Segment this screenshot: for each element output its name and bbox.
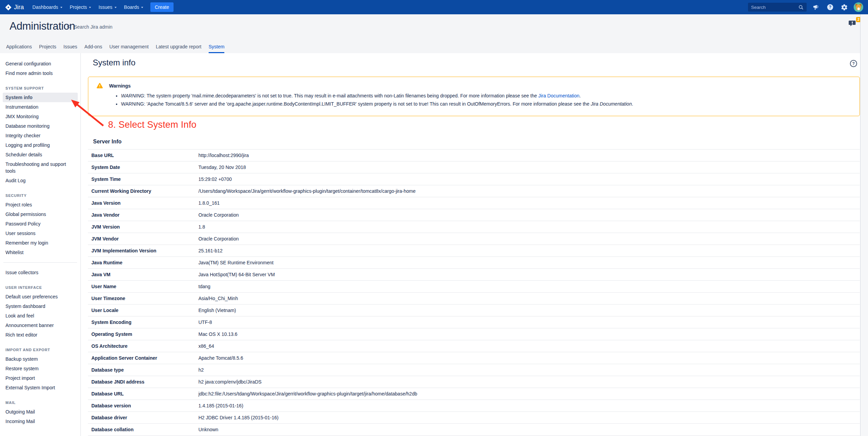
row-label: Database type — [88, 364, 195, 376]
tab-latest-upgrade-report[interactable]: Latest upgrade report — [156, 44, 201, 53]
table-row: User Locale English (Vietnam) — [88, 305, 860, 316]
scrollbar[interactable] — [860, 14, 868, 436]
tab-projects[interactable]: Projects — [39, 44, 57, 53]
tab-system[interactable]: System — [209, 44, 225, 53]
row-label: Current Working Directory — [88, 185, 195, 197]
sidebar-item-user-sessions[interactable]: User sessions — [0, 229, 80, 238]
row-value: http://localhost:2990/jira — [195, 150, 860, 161]
table-row: Java Runtime Java(TM) SE Runtime Environ… — [88, 257, 860, 269]
sidebar-item-troubleshooting-and-support-tools[interactable]: Troubleshooting and support tools — [0, 159, 80, 176]
warning-item-1: WARNING: The system property 'mail.mime.… — [121, 92, 851, 100]
table-row: Database type h2 — [88, 364, 860, 376]
help-icon[interactable]: ? — [826, 3, 835, 12]
help-icon[interactable]: ? — [850, 60, 857, 67]
sidebar-item-remember-my-login[interactable]: Remember my login — [0, 238, 80, 248]
tab-applications[interactable]: Applications — [6, 44, 32, 53]
sidebar-item-project-import[interactable]: Project import — [0, 373, 80, 383]
row-label: User Timezone — [88, 293, 195, 305]
chevron-down-icon — [60, 7, 62, 8]
sidebar-section-security: SECURITY — [0, 193, 80, 198]
tab-add-ons[interactable]: Add-ons — [85, 44, 102, 53]
create-button[interactable]: Create — [150, 2, 174, 12]
tab-user-management[interactable]: User management — [109, 44, 149, 53]
nav-menu-issues[interactable]: Issues — [95, 0, 120, 14]
row-label: JVM Vendor — [88, 233, 195, 245]
sidebar-item-outgoing-mail[interactable]: Outgoing Mail — [0, 407, 80, 417]
sidebar-item-audit-log[interactable]: Audit Log — [0, 176, 80, 185]
sidebar-item-system-dashboard[interactable]: System dashboard — [0, 301, 80, 311]
row-value: 15:29:02 +0700 — [195, 173, 860, 185]
sidebar-item-password-policy[interactable]: Password Policy — [0, 219, 80, 229]
sidebar-item-whitelist[interactable]: Whitelist — [0, 248, 80, 257]
sidebar-item-restore-system[interactable]: Restore system — [0, 364, 80, 373]
row-label: System Encoding — [88, 316, 195, 328]
admin-search-input[interactable] — [74, 24, 176, 30]
navbar-search-input[interactable] — [751, 5, 798, 10]
row-value: jdbc:h2:file:/Users/tdang/Workspace/Jira… — [195, 388, 860, 400]
sidebar-section-mail: MAIL — [0, 401, 80, 405]
table-row: User Name tdang — [88, 281, 860, 293]
sidebar-item-jmx-monitoring[interactable]: JMX Monitoring — [0, 112, 80, 121]
feedback-bubble-icon[interactable]: 2 — [848, 18, 858, 29]
admin-search[interactable] — [67, 24, 176, 30]
sidebar-item-database-monitoring[interactable]: Database monitoring — [0, 121, 80, 131]
warnings-title: Warnings — [109, 83, 131, 89]
sidebar-item-backup-system[interactable]: Backup system — [0, 354, 80, 364]
main-content: System info ? Warnings WARNING: The syst… — [81, 53, 860, 436]
row-value: Java(TM) SE Runtime Environment — [195, 257, 860, 269]
sidebar-item-project-roles[interactable]: Project roles — [0, 200, 80, 209]
sidebar-item-rich-text-editor[interactable]: Rich text editor — [0, 330, 80, 340]
row-value: Oracle Corporation — [195, 209, 860, 221]
section-title-system-info: System info — [93, 58, 860, 67]
server-info-title: Server Info — [93, 139, 860, 145]
page-title-administration: Administration — [10, 20, 75, 32]
sidebar-item-find-more-admin-tools[interactable]: Find more admin tools — [0, 68, 80, 78]
jira-documentation-link[interactable]: Jira Documentation — [538, 93, 580, 98]
tab-issues[interactable]: Issues — [63, 44, 77, 53]
chevron-down-icon — [89, 7, 91, 8]
row-value: 1.8 — [195, 221, 860, 233]
sidebar-item-instrumentation[interactable]: Instrumentation — [0, 102, 80, 112]
sidebar-item-scheduler-details[interactable]: Scheduler details — [0, 150, 80, 159]
jira-logo[interactable]: Jira — [5, 4, 24, 11]
row-label: Application Server Container — [88, 352, 195, 364]
table-row: Database URL jdbc:h2:file:/Users/tdang/W… — [88, 388, 860, 400]
row-value: 25.161-b12 — [195, 245, 860, 257]
sidebar-item-integrity-checker[interactable]: Integrity checker — [0, 131, 80, 140]
sidebar-item-look-and-feel[interactable]: Look and feel — [0, 311, 80, 321]
nav-menu-projects[interactable]: Projects — [66, 0, 95, 14]
row-label: Java Runtime — [88, 257, 195, 269]
row-value: Asia/Ho_Chi_Minh — [195, 293, 860, 305]
settings-icon[interactable] — [840, 3, 849, 12]
nav-menu-dashboards[interactable]: Dashboards — [29, 0, 66, 14]
sidebar-item-global-permissions[interactable]: Global permissions — [0, 209, 80, 219]
table-row: Database driver H2 JDBC Driver 1.4.185 (… — [88, 412, 860, 424]
table-row: System Date Tuesday, 20 Nov 2018 — [88, 161, 860, 173]
row-label: Java Version — [88, 197, 195, 209]
sidebar-item-logging-and-profiling[interactable]: Logging and profiling — [0, 140, 80, 150]
sidebar-item-external-system-import[interactable]: External System Import — [0, 383, 80, 392]
row-label: Java Vendor — [88, 209, 195, 221]
row-label: System Time — [88, 173, 195, 185]
sidebar-item-general-configuration[interactable]: General configuration — [0, 59, 80, 68]
row-label: JVM Version — [88, 221, 195, 233]
sidebar-item-announcement-banner[interactable]: Announcement banner — [0, 321, 80, 330]
navbar-menus: Dashboards Projects Issues Boards — [29, 0, 147, 14]
sidebar-section-import-and-export: IMPORT AND EXPORT — [0, 348, 80, 352]
server-info-table: Base URL http://localhost:2990/jira Syst… — [88, 149, 860, 436]
sidebar-item-system-info[interactable]: System info — [3, 93, 78, 102]
warnings-panel: Warnings WARNING: The system property 'm… — [88, 77, 860, 116]
row-value: /Users/tdang/Workspace/Jira/gerrit/workf… — [195, 185, 860, 197]
table-row: OS Architecture x86_64 — [88, 340, 860, 352]
navbar-search[interactable] — [748, 3, 807, 12]
table-row: Database collation Unknown — [88, 424, 860, 436]
row-label: JVM Implementation Version — [88, 245, 195, 257]
sidebar-item-default-user-preferences[interactable]: Default user preferences — [0, 292, 80, 301]
avatar[interactable] — [854, 2, 863, 12]
nav-menu-boards[interactable]: Boards — [120, 0, 147, 14]
sidebar-item-issue-collectors[interactable]: Issue collectors — [0, 268, 80, 277]
table-row: Current Working Directory /Users/tdang/W… — [88, 185, 860, 197]
announcement-icon[interactable] — [812, 3, 821, 12]
table-row: Database JNDI address h2 java:comp/env/j… — [88, 376, 860, 388]
sidebar-item-incoming-mail[interactable]: Incoming Mail — [0, 417, 80, 426]
